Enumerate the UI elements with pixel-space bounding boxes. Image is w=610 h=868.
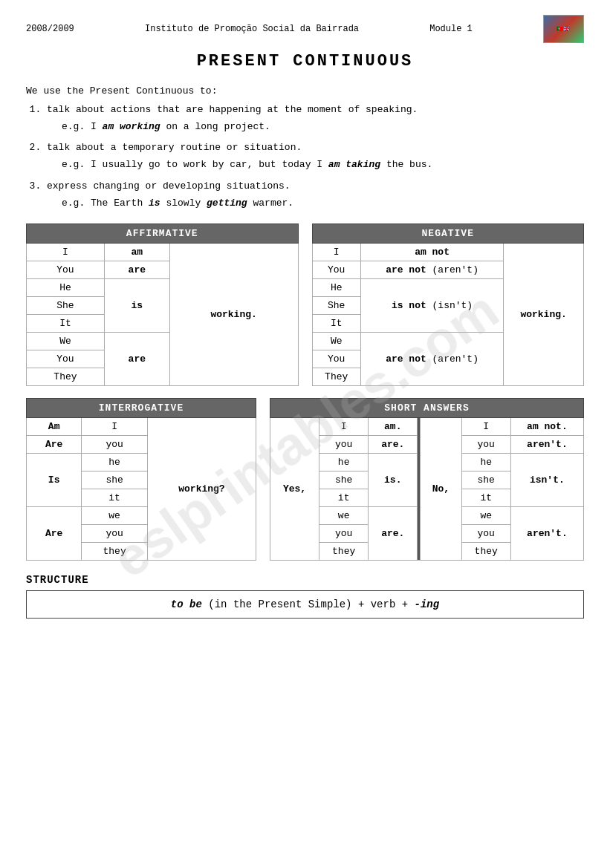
sa-no-isnt: isn't. (510, 453, 583, 506)
structure-box: to be (in the Present Simple) + verb + -… (26, 590, 584, 619)
interrog-we: we (82, 506, 148, 524)
negative-table-container: NEGATIVE I am not working. You are not (… (312, 223, 585, 386)
neg-pronoun-they: They (312, 368, 360, 385)
neg-pronoun-she: She (312, 296, 360, 314)
bottom-tables-row: INTERROGATIVE Am I working? Are you Is h… (26, 398, 584, 561)
header-institute: Instituto de Promoção Social da Bairrada (145, 24, 359, 34)
sa-yes-i: I (319, 417, 369, 435)
interrog-you-2: you (82, 524, 148, 542)
interrogative-container: INTERROGATIVE Am I working? Are you Is h… (26, 398, 256, 561)
interrogative-header: INTERROGATIVE (27, 398, 256, 417)
verb-is: is (104, 278, 169, 332)
main-tables-row: AFFIRMATIVE I am working. You are He is (26, 223, 584, 386)
interrog-i: I (82, 417, 148, 435)
sa-yes-you: you (319, 435, 369, 453)
verb-am: am (104, 243, 169, 261)
short-answers-header: SHORT ANSWERS (270, 398, 584, 417)
short-answers-table: SHORT ANSWERS Yes, I am. No, I am not. y… (270, 398, 584, 561)
pronoun-i: I (27, 243, 105, 261)
neg-pronoun-you: You (312, 261, 360, 278)
affirmative-table: AFFIRMATIVE I am working. You are He is (26, 223, 299, 386)
sa-yes-is: is. (369, 453, 418, 506)
negative-table: NEGATIVE I am not working. You are not (… (312, 223, 585, 386)
intro-item-2: talk about a temporary routine or situat… (47, 140, 584, 173)
sa-yes-are: are. (369, 435, 418, 453)
negative-header: NEGATIVE (312, 223, 584, 243)
intro-lead: We use the Present Continuous to: (26, 84, 584, 99)
pronoun-you: You (27, 261, 105, 278)
neg-verb-are-not-2: are not (aren't) (360, 332, 503, 385)
interrog-they: they (82, 542, 148, 560)
sa-no-it: it (461, 489, 510, 506)
sa-no-she: she (461, 471, 510, 489)
sa-yes: Yes, (270, 417, 319, 560)
table-row: I am working. (27, 243, 299, 261)
structure-label: STRUCTURE (26, 574, 584, 586)
intro-example-3: e.g. The Earth is slowly getting warmer. (62, 196, 584, 212)
short-answers-container: SHORT ANSWERS Yes, I am. No, I am not. y… (270, 398, 584, 561)
neg-pronoun-you-2: You (312, 350, 360, 368)
structure-section: STRUCTURE to be (in the Present Simple) … (26, 574, 584, 619)
pronoun-he: He (27, 278, 105, 296)
interrog-are-1: Are (27, 435, 82, 453)
sa-yes-she: she (319, 471, 369, 489)
header-year: 2008/2009 (26, 24, 74, 34)
neg-pronoun-it: It (312, 314, 360, 332)
intro-example-2: e.g. I usually go to work by car, but to… (62, 157, 584, 173)
pronoun-it: It (27, 314, 105, 332)
pronoun-she: She (27, 296, 105, 314)
sa-yes-am: am. (369, 417, 418, 435)
interrogative-table: INTERROGATIVE Am I working? Are you Is h… (26, 398, 256, 561)
sa-yes-it: it (319, 489, 369, 506)
intro-list: talk about actions that are happening at… (47, 102, 584, 212)
sa-yes-you-2: you (319, 524, 369, 542)
pronoun-we: We (27, 332, 105, 350)
neg-verb-are-not-1: are not (aren't) (360, 261, 503, 278)
sa-yes-they: they (319, 542, 369, 560)
sa-no-they: they (461, 542, 510, 560)
interrog-she: she (82, 471, 148, 489)
page-title: PRESENT CONTINUOUS (26, 52, 584, 71)
verb-are-2: are (104, 332, 169, 385)
header-logo: 🇵🇹🇬🇧 (543, 15, 584, 43)
table-row: I am not working. (312, 243, 584, 261)
sa-no-am-not: am not. (510, 417, 583, 435)
interrog-is: Is (27, 453, 82, 506)
sa-no-you-2: you (461, 524, 510, 542)
sa-no-you: you (461, 435, 510, 453)
table-row: Am I working? (27, 417, 256, 435)
pronoun-they: They (27, 368, 105, 385)
neg-verb-am-not: am not (360, 243, 503, 261)
sa-no-he: he (461, 453, 510, 471)
sa-yes-are-2: are. (369, 506, 418, 560)
neg-working: working. (504, 243, 584, 385)
sa-no-i: I (461, 417, 510, 435)
interrog-are-2: Are (27, 506, 82, 560)
sa-no-arent-2: aren't. (510, 506, 583, 560)
intro-section: We use the Present Continuous to: talk a… (26, 84, 584, 212)
working-cell-1: working. (169, 243, 298, 385)
intro-item-3: express changing or developing situation… (47, 179, 584, 212)
sa-no-arent: aren't. (510, 435, 583, 453)
table-row: Yes, I am. No, I am not. (270, 417, 584, 435)
neg-pronoun-he: He (312, 278, 360, 296)
interrog-working: working? (147, 417, 256, 560)
affirmative-header: AFFIRMATIVE (27, 223, 299, 243)
header-module: Module 1 (429, 24, 473, 34)
intro-example-1: e.g. I am working on a long project. (62, 120, 584, 135)
interrog-you: you (82, 435, 148, 453)
neg-verb-is-not: is not (isn't) (360, 278, 503, 332)
affirmative-table-container: AFFIRMATIVE I am working. You are He is (26, 223, 299, 386)
interrog-it: it (82, 489, 148, 506)
neg-pronoun-we: We (312, 332, 360, 350)
page-header: 2008/2009 Instituto de Promoção Social d… (26, 15, 584, 43)
interrog-he: he (82, 453, 148, 471)
intro-item-1: talk about actions that are happening at… (47, 102, 584, 135)
sa-no-we: we (461, 506, 510, 524)
sa-yes-he: he (319, 453, 369, 471)
verb-are-1: are (104, 261, 169, 278)
interrog-am: Am (27, 417, 82, 435)
neg-pronoun-i: I (312, 243, 360, 261)
sa-yes-we: we (319, 506, 369, 524)
sa-no: No, (421, 417, 461, 560)
